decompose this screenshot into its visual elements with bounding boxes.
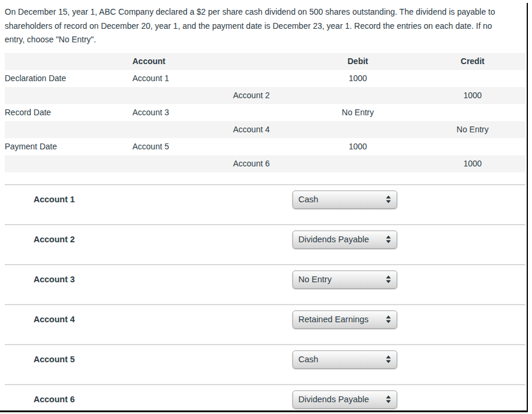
account-cell: Account 2 [233,87,296,104]
account-cell: Account 5 [132,138,233,155]
window-frame-bottom-border [0,410,528,412]
account-cell: Account 1 [132,70,233,87]
journal-entry-table: Account Debit Credit Declaration Date Ac… [5,53,526,172]
answer-row-account-4: Account 4 Retained Earnings [5,304,526,344]
account-cell: Account 3 [132,104,233,121]
journal-row-payment-credit: Account 6 1000 [5,155,526,172]
debit-cell [296,155,420,172]
answer-label-account-5: Account 5 [34,350,75,369]
date-cell [5,155,132,172]
account-3-select[interactable]: No Entry [292,271,397,289]
journal-row-record-credit: Account 4 No Entry [5,121,526,138]
answer-row-account-1: Account 1 Cash [5,184,526,224]
debit-cell: 1000 [296,70,420,87]
account-cell [233,70,296,87]
account-cell: Account 6 [233,155,296,172]
account-cell: Account 4 [233,121,296,138]
debit-column-header: Debit [296,53,420,70]
empty-header-cell [5,53,132,70]
account-cell [132,155,233,172]
credit-cell [420,104,526,121]
answer-row-account-2: Account 2 Dividends Payable [5,224,526,264]
journal-row-declaration-credit: Account 2 1000 [5,87,526,104]
credit-column-header: Credit [420,53,526,70]
date-cell: Record Date [5,104,132,121]
answer-label-account-1: Account 1 [34,191,75,209]
journal-row-payment-debit: Payment Date Account 5 1000 [5,138,526,155]
account-1-select[interactable]: Cash [292,191,397,209]
debit-cell: 1000 [296,138,420,155]
answer-label-account-6: Account 6 [34,390,75,409]
window-frame-right-border [527,3,528,412]
answer-label-account-3: Account 3 [34,271,75,289]
date-cell: Payment Date [5,138,132,155]
date-cell: Declaration Date [5,70,132,87]
answer-label-account-4: Account 4 [34,310,75,329]
credit-cell: 1000 [420,87,526,104]
empty-header-cell [233,53,296,70]
account-6-select[interactable]: Dividends Payable [292,390,397,409]
answer-row-account-5: Account 5 Cash [5,344,526,384]
answer-dropdown-section: Account 1 Cash Account 2 Dividends Payab… [5,184,526,414]
account-cell [233,138,296,155]
credit-cell: 1000 [420,155,526,172]
account-cell [132,121,233,138]
credit-cell [420,138,526,155]
account-cell [132,87,233,104]
account-2-select[interactable]: Dividends Payable [292,231,397,249]
answer-row-account-3: Account 3 No Entry [5,264,526,304]
account-5-select[interactable]: Cash [292,350,397,369]
date-cell [5,87,132,104]
journal-row-record-debit: Record Date Account 3 No Entry [5,104,526,121]
debit-cell: No Entry [296,104,420,121]
question-text: On December 15, year 1, ABC Company decl… [5,0,526,47]
account-cell [233,104,296,121]
answer-label-account-2: Account 2 [34,231,75,249]
quiz-question-panel: On December 15, year 1, ABC Company decl… [0,0,532,414]
credit-cell: No Entry [420,121,526,138]
table-header-row: Account Debit Credit [5,53,526,70]
account-4-select[interactable]: Retained Earnings [292,310,397,329]
account-column-header: Account [132,53,233,70]
credit-cell [420,70,526,87]
debit-cell [296,87,420,104]
date-cell [5,121,132,138]
answer-row-account-6: Account 6 Dividends Payable [5,384,526,414]
debit-cell [296,121,420,138]
journal-row-declaration-debit: Declaration Date Account 1 1000 [5,70,526,87]
